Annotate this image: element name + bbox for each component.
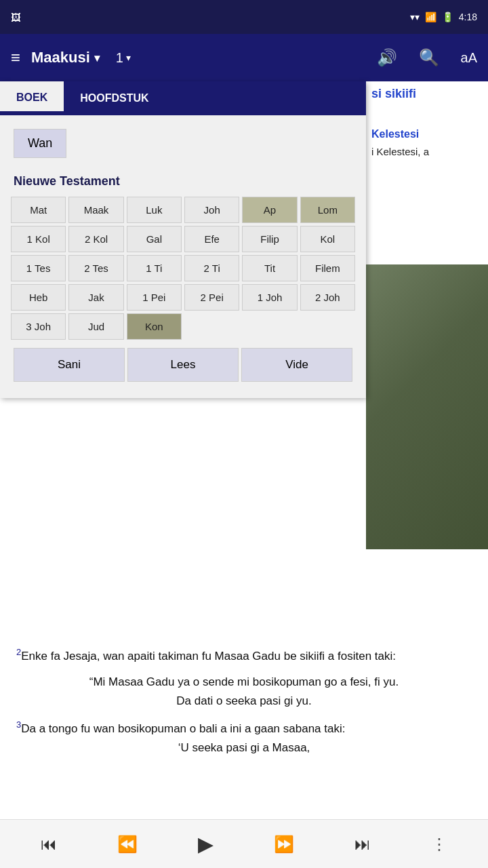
book-mat[interactable]: Mat <box>11 197 66 223</box>
status-bar: 🖼 ▾▾ 📶 🔋 4:18 <box>0 0 488 34</box>
right-subtitle-text: Kelestesi <box>371 128 419 140</box>
quote-1-text: “Mi Masaa Gadu ya o sende mi bosikopuman… <box>89 675 399 688</box>
time-display: 4:18 <box>459 12 477 22</box>
book-1joh[interactable]: 1 Joh <box>242 284 297 311</box>
book-grid: Mat Maak Luk Joh Ap Lom 1 Kol 2 Kol Gal … <box>11 197 355 340</box>
book-kon[interactable]: Kon <box>127 313 182 340</box>
rewind-button[interactable]: ⏪ <box>117 835 138 854</box>
background-image <box>366 264 488 549</box>
bottom-buttons: Sani Lees Vide <box>11 345 355 384</box>
status-right: ▾▾ 📶 🔋 4:18 <box>410 12 477 22</box>
book-1tes[interactable]: 1 Tes <box>11 255 66 281</box>
book-2tes[interactable]: 2 Tes <box>68 255 123 281</box>
right-subtitle: Kelestesi <box>371 128 483 140</box>
book-2kol[interactable]: 2 Kol <box>68 226 123 252</box>
right-body-text: i Kelestesi, a <box>371 146 483 157</box>
book-1pei[interactable]: 1 Pei <box>127 284 182 311</box>
section-heading: Nieuwe Testament <box>14 174 352 189</box>
skip-forward-button[interactable]: ⏭ <box>354 835 371 854</box>
book-joh[interactable]: Joh <box>184 197 239 223</box>
wan-button[interactable]: Wan <box>14 129 66 158</box>
book-ap[interactable]: Ap <box>242 197 297 223</box>
book-title-group[interactable]: Maakusi ▾ <box>31 49 100 66</box>
tab-hoofdstuk[interactable]: HOOFDSTUK <box>64 81 165 115</box>
speaker-icon[interactable]: 🔊 <box>377 48 397 67</box>
book-lom[interactable]: Lom <box>300 197 355 223</box>
book-2pei[interactable]: 2 Pei <box>184 284 239 311</box>
lees-button[interactable]: Lees <box>127 348 239 382</box>
book-tit[interactable]: Tit <box>242 255 297 281</box>
book-filip[interactable]: Filip <box>242 226 297 252</box>
chapter-group[interactable]: 1 ▾ <box>116 50 131 66</box>
quote-3-text: ‘U seeka pasi gi a Masaa, <box>178 741 310 754</box>
book-dropdown-arrow: ▾ <box>94 52 100 64</box>
panel-content: Wan Nieuwe Testament Mat Maak Luk Joh Ap… <box>0 115 366 398</box>
book-heb[interactable]: Heb <box>11 284 66 311</box>
player-bar: ⏮ ⏪ ▶ ⏩ ⏭ ⋮ <box>0 819 488 868</box>
right-content-area: si sikiifi Kelestesi i Kelestesi, a <box>366 81 488 163</box>
verse-3-content: Da a tongo fu wan bosikopuman o bali a i… <box>21 722 345 734</box>
book-2ti[interactable]: 2 Ti <box>184 255 239 281</box>
quote-1: “Mi Masaa Gadu ya o sende mi bosikopuman… <box>16 673 472 692</box>
book-kol[interactable]: Kol <box>300 226 355 252</box>
book-selector-panel: BOEK HOOFDSTUK Wan Nieuwe Testament Mat … <box>0 81 366 398</box>
panel-tabs: BOEK HOOFDSTUK <box>0 81 366 115</box>
book-3joh[interactable]: 3 Joh <box>11 313 66 340</box>
verse-2-text: 2Enke fa Jesaja, wan apaiti takiman fu M… <box>16 645 472 666</box>
screen-icon: 🖼 <box>11 12 21 23</box>
nav-bar: ≡ Maakusi ▾ 1 ▾ 🔊 🔍 aA <box>0 34 488 81</box>
quote-2: Da dati o seeka pasi gi yu. <box>16 692 472 711</box>
book-jud[interactable]: Jud <box>68 313 123 340</box>
book-filem[interactable]: Filem <box>300 255 355 281</box>
chapter-dropdown-arrow: ▾ <box>126 52 131 63</box>
sani-button[interactable]: Sani <box>14 348 125 382</box>
wifi-icon: ▾▾ <box>410 12 420 22</box>
verse-3-text: 3Da a tongo fu wan bosikopuman o bali a … <box>16 717 472 738</box>
play-button[interactable]: ▶ <box>198 832 214 856</box>
book-maak[interactable]: Maak <box>68 197 123 223</box>
book-gal[interactable]: Gal <box>127 226 182 252</box>
font-size-icon[interactable]: aA <box>461 50 477 66</box>
quote-3: ‘U seeka pasi gi a Masaa, <box>16 738 472 757</box>
bible-text-area: 2Enke fa Jesaja, wan apaiti takiman fu M… <box>0 634 488 768</box>
quote-2-text: Da dati o seeka pasi gi yu. <box>176 694 311 707</box>
book-1ti[interactable]: 1 Ti <box>127 255 182 281</box>
verse-2-content: Enke fa Jesaja, wan apaiti takiman fu Ma… <box>21 650 396 663</box>
book-efe[interactable]: Efe <box>184 226 239 252</box>
battery-icon: 🔋 <box>442 12 453 22</box>
right-title-line1: si sikiifi <box>371 87 483 101</box>
signal-icon: 📶 <box>425 12 436 22</box>
forward-button[interactable]: ⏩ <box>274 835 294 854</box>
more-options-button[interactable]: ⋮ <box>431 835 447 854</box>
book-jak[interactable]: Jak <box>68 284 123 311</box>
book-title: Maakusi <box>31 49 90 66</box>
tab-boek[interactable]: BOEK <box>0 81 64 115</box>
search-icon[interactable]: 🔍 <box>419 48 439 67</box>
vide-button[interactable]: Vide <box>241 348 352 382</box>
book-1kol[interactable]: 1 Kol <box>11 226 66 252</box>
menu-icon[interactable]: ≡ <box>11 48 20 67</box>
book-luk[interactable]: Luk <box>127 197 182 223</box>
book-2joh[interactable]: 2 Joh <box>300 284 355 311</box>
skip-back-button[interactable]: ⏮ <box>41 835 57 854</box>
chapter-number: 1 <box>116 50 123 66</box>
status-left: 🖼 <box>11 12 21 23</box>
